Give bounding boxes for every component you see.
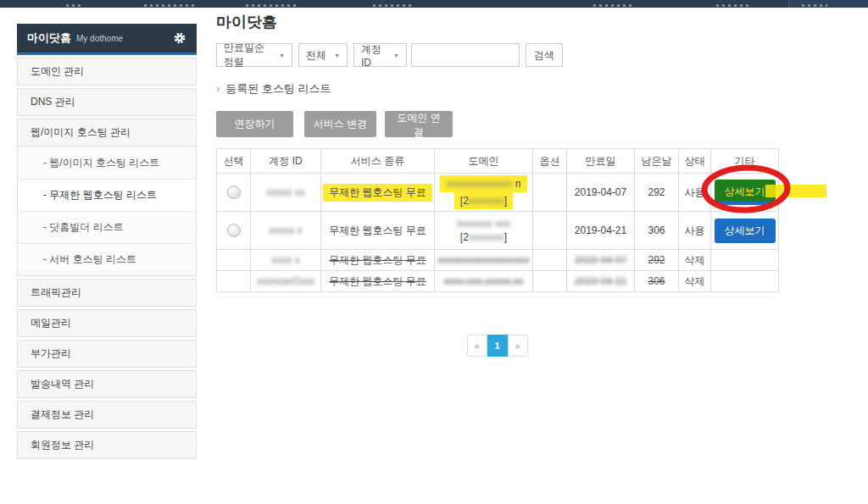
domain-cell: xxxxxxxxxxxxx n [2xxxxxxx] (435, 174, 533, 212)
sidebar-item-web-image-hosting[interactable]: 웹/이미지 호스팅 관리 (17, 119, 197, 147)
search-button[interactable]: 검색 (526, 43, 563, 67)
topbar-right-segment (788, 0, 868, 8)
option-cell (533, 250, 567, 271)
status-badge: 삭제 (679, 271, 711, 292)
status-badge: 삭제 (679, 250, 711, 271)
select-cell (217, 271, 251, 292)
account-id-redacted: xxxxx x (269, 224, 302, 236)
page-title: 마이닷홈 (216, 12, 843, 32)
col-header-option: 옵션 (533, 149, 567, 174)
section-title: ›등록된 호스팅 리스트 (216, 81, 843, 97)
col-header-account-id: 계정 ID (251, 149, 321, 174)
topbar-cutoff-text (802, 4, 827, 7)
pagination-page-1[interactable]: 1 (487, 335, 508, 357)
pagination-prev[interactable]: « (467, 335, 487, 357)
col-header-expiry: 만료일 (567, 149, 635, 174)
sidebar-header: 마이닷홈 My dothome (17, 24, 197, 55)
days-left: 292 (635, 174, 679, 212)
sidebar-item-sending-history[interactable]: 발송내역 관리 (17, 370, 197, 398)
topbar-cutoff-text (373, 4, 412, 7)
service-type: 무제한 웹호스팅 무료 (323, 184, 432, 202)
days-left: 306 (648, 275, 665, 287)
chevron-down-icon: ▼ (393, 53, 399, 58)
pagination: « 1 » (216, 335, 778, 357)
gear-icon[interactable] (173, 31, 186, 45)
etc-cell (711, 250, 779, 271)
row-radio[interactable] (227, 224, 241, 237)
col-header-select: 선택 (217, 149, 251, 174)
col-header-status: 상태 (679, 149, 711, 174)
sidebar-item-traffic[interactable]: 트래픽관리 (17, 279, 197, 307)
status-badge: 사용 (679, 174, 711, 212)
action-button-row: 연장하기 서비스 변경 도메인 연결 (216, 111, 843, 137)
topbar-cutoff-text (593, 4, 632, 7)
option-cell (533, 174, 567, 212)
table-row: xxxxxan0xxx 무제한 웹호스팅 무료 xxxx.xxx.xxxxx.x… (217, 271, 779, 292)
sidebar-item-dns[interactable]: DNS 관리 (17, 88, 197, 116)
extend-button[interactable]: 연장하기 (216, 111, 293, 137)
service-type: 무제한 웹호스팅 무료 (329, 275, 426, 287)
table-row: xxxxx xx 무제한 웹호스팅 무료 xxxxxxxxxxxxx n [2x… (217, 174, 779, 212)
expiry-date: 2019-04-07 (567, 174, 635, 212)
connect-domain-button[interactable]: 도메인 연결 (385, 111, 453, 137)
sidebar-item-addon[interactable]: 부가관리 (17, 340, 197, 368)
main-content: 마이닷홈 만료일순 정렬▼ 전체▼ 계정 ID▼ 검색 ›등록된 호스팅 리스트… (216, 12, 843, 357)
detail-view-button[interactable]: 상세보기 (715, 219, 776, 243)
days-left: 306 (635, 212, 679, 250)
service-type: 무제한 웹호스팅 무료 (329, 254, 426, 266)
topbar-cutoff-text (144, 4, 197, 7)
col-header-service-type: 서비스 종류 (321, 149, 435, 174)
change-service-button[interactable]: 서비스 변경 (304, 111, 376, 137)
sidebar-subitem-unlimited-webhosting-list[interactable]: - 무제한 웹호스팅 리스트 (18, 179, 196, 211)
account-id-redacted: xxxxxan0xxx (257, 275, 314, 287)
col-header-domain: 도메인 (435, 149, 533, 174)
hosting-table: 선택 계정 ID 서비스 종류 도메인 옵션 만료일 남은날 상태 기타 xxx… (216, 148, 779, 292)
topbar-cutoff-text (246, 4, 298, 7)
sidebar-sublist-hosting: - 웹/이미지 호스팅 리스트 - 무제한 웹호스팅 리스트 - 닷홈빌더 리스… (17, 147, 197, 276)
domain-redacted: xxxx.xxx.xxxxx.xx (443, 275, 523, 287)
sidebar-item-mail[interactable]: 메일관리 (17, 309, 197, 337)
pagination-next[interactable]: » (508, 335, 528, 357)
option-cell (533, 271, 567, 292)
sidebar: 마이닷홈 My dothome 도메인 관리 DNS 관리 웹/이미지 호스팅 … (17, 24, 197, 459)
option-cell (533, 212, 567, 250)
topbar-cutoff-text (66, 4, 83, 7)
domain-redacted: xxxxxxxxxxxxxxxxxx (438, 254, 530, 266)
chevron-down-icon: ▼ (334, 53, 340, 58)
table-row: xxxx x 무제한 웹호스팅 무료 xxxxxxxxxxxxxxxxxx 20… (217, 250, 779, 271)
scope-select[interactable]: 전체▼ (298, 43, 348, 67)
table-header-row: 선택 계정 ID 서비스 종류 도메인 옵션 만료일 남은날 상태 기타 (217, 149, 779, 174)
sidebar-item-payment-info[interactable]: 결제정보 관리 (17, 401, 197, 429)
expiry-date: 2019-04-21 (567, 212, 635, 250)
sidebar-subitem-server-hosting-list[interactable]: - 서버 호스팅 리스트 (18, 243, 196, 275)
chevron-down-icon: ▼ (279, 53, 285, 58)
domain-cell: xxxxxxx xxx [2xxxxxxx] (435, 212, 533, 250)
service-type: 무제한 웹호스팅 무료 (321, 212, 435, 250)
filter-row: 만료일순 정렬▼ 전체▼ 계정 ID▼ 검색 (216, 43, 843, 67)
dothome-admin-screen: 마이닷홈 My dothome 도메인 관리 DNS 관리 웹/이미지 호스팅 … (0, 0, 868, 504)
search-field-select[interactable]: 계정 ID▼ (353, 43, 407, 67)
top-navbar (0, 0, 868, 8)
status-badge: 사용 (679, 212, 711, 250)
detail-view-button[interactable]: 상세보기 (715, 180, 776, 205)
sidebar-item-member-info[interactable]: 회원정보 관리 (17, 431, 197, 459)
account-id-redacted: xxxx x (271, 254, 299, 266)
col-header-days-left: 남은날 (635, 149, 679, 174)
etc-cell (711, 271, 779, 292)
table-row: xxxxx x 무제한 웹호스팅 무료 xxxxxxx xxx [2xxxxxx… (217, 212, 779, 250)
days-left: 292 (648, 254, 665, 266)
sort-order-select[interactable]: 만료일순 정렬▼ (216, 43, 292, 67)
row-radio[interactable] (227, 186, 241, 199)
sidebar-subtitle: My dothome (76, 34, 173, 43)
expiry-date: 2019-04-07 (575, 254, 626, 266)
sidebar-title: 마이닷홈 (27, 30, 71, 46)
expiry-date: 2019-04-21 (575, 275, 626, 287)
sidebar-subitem-dothome-builder-list[interactable]: - 닷홈빌더 리스트 (18, 211, 196, 243)
sidebar-item-domain[interactable]: 도메인 관리 (17, 58, 197, 86)
chevron-right-icon: › (216, 82, 220, 95)
search-input[interactable] (411, 43, 520, 67)
sidebar-subitem-web-image-hosting-list[interactable]: - 웹/이미지 호스팅 리스트 (18, 147, 196, 179)
select-cell (217, 250, 251, 271)
topbar-cutoff-text (716, 4, 750, 7)
account-id-redacted: xxxxx xx (266, 186, 304, 198)
